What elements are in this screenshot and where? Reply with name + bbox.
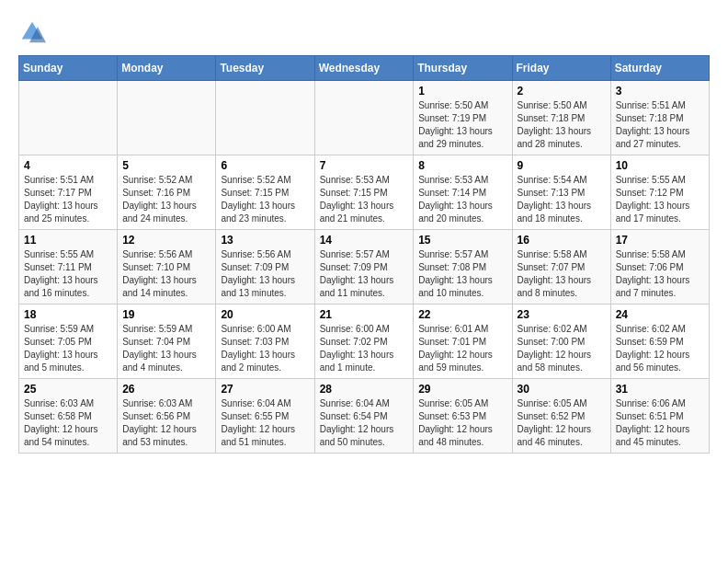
- calendar-cell: 12Sunrise: 5:56 AM Sunset: 7:10 PM Dayli…: [118, 230, 216, 304]
- day-info: Sunrise: 5:53 AM Sunset: 7:15 PM Dayligh…: [320, 174, 409, 225]
- calendar-cell: 9Sunrise: 5:54 AM Sunset: 7:13 PM Daylig…: [512, 155, 610, 230]
- calendar-cell: 15Sunrise: 5:57 AM Sunset: 7:08 PM Dayli…: [414, 230, 512, 304]
- days-header-row: SundayMondayTuesdayWednesdayThursdayFrid…: [19, 56, 710, 81]
- day-header-saturday: Saturday: [610, 56, 709, 81]
- day-info: Sunrise: 6:05 AM Sunset: 6:53 PM Dayligh…: [418, 397, 506, 449]
- calendar-body: 1Sunrise: 5:50 AM Sunset: 7:19 PM Daylig…: [19, 81, 710, 454]
- day-info: Sunrise: 5:52 AM Sunset: 7:15 PM Dayligh…: [221, 174, 309, 225]
- day-number: 15: [418, 234, 506, 247]
- day-number: 24: [616, 308, 704, 321]
- calendar-cell: 26Sunrise: 6:03 AM Sunset: 6:56 PM Dayli…: [118, 379, 216, 454]
- day-info: Sunrise: 5:50 AM Sunset: 7:18 PM Dayligh…: [518, 99, 606, 151]
- day-info: Sunrise: 5:58 AM Sunset: 7:06 PM Dayligh…: [616, 248, 704, 300]
- logo: [18, 18, 50, 46]
- day-info: Sunrise: 5:53 AM Sunset: 7:14 PM Dayligh…: [418, 174, 506, 225]
- day-info: Sunrise: 6:03 AM Sunset: 6:58 PM Dayligh…: [24, 397, 112, 449]
- calendar-cell: 14Sunrise: 5:57 AM Sunset: 7:09 PM Dayli…: [314, 230, 414, 304]
- day-header-thursday: Thursday: [414, 56, 512, 81]
- calendar-cell: 19Sunrise: 5:59 AM Sunset: 7:04 PM Dayli…: [118, 304, 216, 379]
- day-info: Sunrise: 5:54 AM Sunset: 7:13 PM Dayligh…: [518, 174, 606, 225]
- day-info: Sunrise: 5:52 AM Sunset: 7:16 PM Dayligh…: [122, 174, 210, 225]
- calendar-cell: 21Sunrise: 6:00 AM Sunset: 7:02 PM Dayli…: [314, 304, 414, 379]
- calendar-cell: 25Sunrise: 6:03 AM Sunset: 6:58 PM Dayli…: [19, 379, 118, 454]
- day-number: 13: [221, 234, 309, 247]
- day-info: Sunrise: 5:51 AM Sunset: 7:18 PM Dayligh…: [616, 99, 704, 151]
- day-info: Sunrise: 5:57 AM Sunset: 7:09 PM Dayligh…: [320, 248, 409, 300]
- day-number: 5: [122, 159, 210, 172]
- day-info: Sunrise: 6:02 AM Sunset: 6:59 PM Dayligh…: [616, 323, 704, 374]
- day-number: 7: [320, 159, 409, 172]
- day-number: 19: [122, 308, 210, 321]
- calendar-cell: 3Sunrise: 5:51 AM Sunset: 7:18 PM Daylig…: [610, 81, 709, 155]
- calendar-cell: 23Sunrise: 6:02 AM Sunset: 7:00 PM Dayli…: [512, 304, 610, 379]
- day-number: 9: [518, 159, 606, 172]
- day-header-wednesday: Wednesday: [314, 56, 414, 81]
- day-number: 23: [518, 308, 606, 321]
- day-info: Sunrise: 6:04 AM Sunset: 6:54 PM Dayligh…: [320, 397, 409, 449]
- calendar-cell: 16Sunrise: 5:58 AM Sunset: 7:07 PM Dayli…: [512, 230, 610, 304]
- day-number: 20: [221, 308, 309, 321]
- day-info: Sunrise: 5:50 AM Sunset: 7:19 PM Dayligh…: [418, 99, 506, 151]
- day-info: Sunrise: 5:59 AM Sunset: 7:04 PM Dayligh…: [122, 323, 210, 374]
- day-info: Sunrise: 5:51 AM Sunset: 7:17 PM Dayligh…: [24, 174, 112, 225]
- day-info: Sunrise: 5:56 AM Sunset: 7:10 PM Dayligh…: [122, 248, 210, 300]
- day-number: 1: [418, 85, 506, 98]
- calendar-cell: 29Sunrise: 6:05 AM Sunset: 6:53 PM Dayli…: [414, 379, 512, 454]
- day-header-monday: Monday: [118, 56, 216, 81]
- calendar-week-2: 4Sunrise: 5:51 AM Sunset: 7:17 PM Daylig…: [19, 155, 710, 230]
- day-info: Sunrise: 6:00 AM Sunset: 7:02 PM Dayligh…: [320, 323, 409, 374]
- day-header-sunday: Sunday: [19, 56, 118, 81]
- calendar-cell: 28Sunrise: 6:04 AM Sunset: 6:54 PM Dayli…: [314, 379, 414, 454]
- day-number: 26: [122, 383, 210, 396]
- day-number: 30: [518, 383, 606, 396]
- logo-icon: [18, 18, 46, 46]
- day-info: Sunrise: 6:04 AM Sunset: 6:55 PM Dayligh…: [221, 397, 309, 449]
- day-header-tuesday: Tuesday: [216, 56, 314, 81]
- day-info: Sunrise: 6:00 AM Sunset: 7:03 PM Dayligh…: [221, 323, 309, 374]
- day-info: Sunrise: 6:03 AM Sunset: 6:56 PM Dayligh…: [122, 397, 210, 449]
- day-info: Sunrise: 6:06 AM Sunset: 6:51 PM Dayligh…: [616, 397, 704, 449]
- day-number: 21: [320, 308, 409, 321]
- day-number: 31: [616, 383, 704, 396]
- day-info: Sunrise: 5:56 AM Sunset: 7:09 PM Dayligh…: [221, 248, 309, 300]
- calendar-cell: 18Sunrise: 5:59 AM Sunset: 7:05 PM Dayli…: [19, 304, 118, 379]
- day-number: 18: [24, 308, 112, 321]
- calendar-cell: [19, 81, 118, 155]
- day-number: 14: [320, 234, 409, 247]
- day-number: 29: [418, 383, 506, 396]
- calendar-cell: [314, 81, 414, 155]
- calendar-week-1: 1Sunrise: 5:50 AM Sunset: 7:19 PM Daylig…: [19, 81, 710, 155]
- calendar-cell: 24Sunrise: 6:02 AM Sunset: 6:59 PM Dayli…: [610, 304, 709, 379]
- day-info: Sunrise: 5:57 AM Sunset: 7:08 PM Dayligh…: [418, 248, 506, 300]
- day-number: 3: [616, 85, 704, 98]
- day-info: Sunrise: 5:58 AM Sunset: 7:07 PM Dayligh…: [518, 248, 606, 300]
- day-number: 8: [418, 159, 506, 172]
- day-info: Sunrise: 6:02 AM Sunset: 7:00 PM Dayligh…: [518, 323, 606, 374]
- calendar-week-3: 11Sunrise: 5:55 AM Sunset: 7:11 PM Dayli…: [19, 230, 710, 304]
- day-number: 27: [221, 383, 309, 396]
- calendar-table: SundayMondayTuesdayWednesdayThursdayFrid…: [18, 55, 710, 454]
- calendar-cell: 13Sunrise: 5:56 AM Sunset: 7:09 PM Dayli…: [216, 230, 314, 304]
- day-info: Sunrise: 6:05 AM Sunset: 6:52 PM Dayligh…: [518, 397, 606, 449]
- calendar-cell: 1Sunrise: 5:50 AM Sunset: 7:19 PM Daylig…: [414, 81, 512, 155]
- day-number: 25: [24, 383, 112, 396]
- calendar-cell: 31Sunrise: 6:06 AM Sunset: 6:51 PM Dayli…: [610, 379, 709, 454]
- day-number: 17: [616, 234, 704, 247]
- calendar-cell: 8Sunrise: 5:53 AM Sunset: 7:14 PM Daylig…: [414, 155, 512, 230]
- calendar-cell: 10Sunrise: 5:55 AM Sunset: 7:12 PM Dayli…: [610, 155, 709, 230]
- calendar-cell: 22Sunrise: 6:01 AM Sunset: 7:01 PM Dayli…: [414, 304, 512, 379]
- calendar-cell: 7Sunrise: 5:53 AM Sunset: 7:15 PM Daylig…: [314, 155, 414, 230]
- calendar-cell: 30Sunrise: 6:05 AM Sunset: 6:52 PM Dayli…: [512, 379, 610, 454]
- calendar-cell: 6Sunrise: 5:52 AM Sunset: 7:15 PM Daylig…: [216, 155, 314, 230]
- calendar-cell: 4Sunrise: 5:51 AM Sunset: 7:17 PM Daylig…: [19, 155, 118, 230]
- calendar-cell: 17Sunrise: 5:58 AM Sunset: 7:06 PM Dayli…: [610, 230, 709, 304]
- calendar-cell: 2Sunrise: 5:50 AM Sunset: 7:18 PM Daylig…: [512, 81, 610, 155]
- calendar-cell: [118, 81, 216, 155]
- day-info: Sunrise: 5:55 AM Sunset: 7:12 PM Dayligh…: [616, 174, 704, 225]
- day-number: 6: [221, 159, 309, 172]
- day-number: 16: [518, 234, 606, 247]
- day-number: 12: [122, 234, 210, 247]
- day-number: 2: [518, 85, 606, 98]
- calendar-cell: 5Sunrise: 5:52 AM Sunset: 7:16 PM Daylig…: [118, 155, 216, 230]
- calendar-cell: 20Sunrise: 6:00 AM Sunset: 7:03 PM Dayli…: [216, 304, 314, 379]
